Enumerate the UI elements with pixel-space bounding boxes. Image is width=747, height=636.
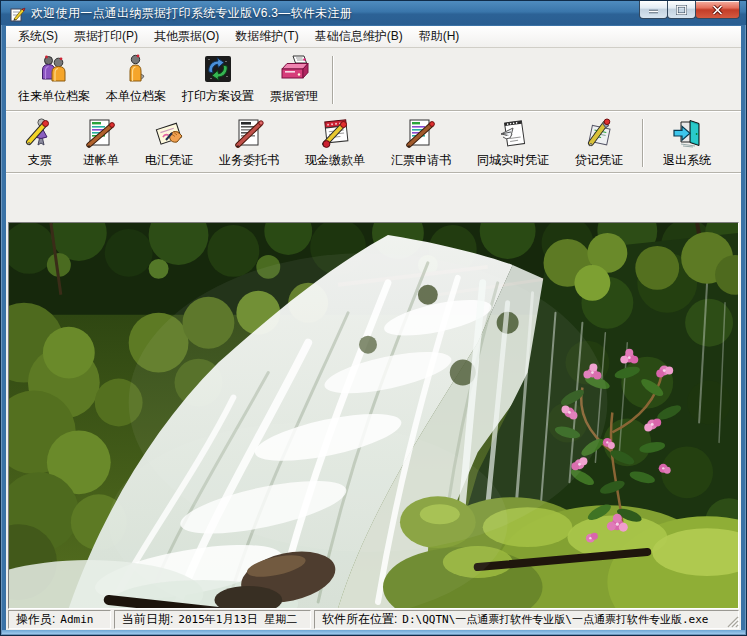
statusbar: 操作员: Admin 当前日期: 2015年1月13日 星期二 软件所在位置: … <box>6 609 741 630</box>
toolbar-tickets: 支票 进帐单 电汇凭证 业务委托书 <box>6 112 741 171</box>
operator-value: Admin <box>60 613 93 626</box>
menu-ticket-print[interactable]: 票据打印(P) <box>66 25 146 48</box>
toolbar-label: 本单位档案 <box>106 88 166 105</box>
content-gap <box>6 174 741 222</box>
resize-grip[interactable] <box>725 614 739 628</box>
toolbar-button-deposit-slip[interactable]: 进帐单 <box>70 114 132 171</box>
toolbar-divider <box>642 119 644 167</box>
toolbar-button-print-scheme-settings[interactable]: 打印方案设置 <box>174 50 262 110</box>
exit-system-icon <box>670 116 704 150</box>
toolbar-label: 业务委托书 <box>219 152 279 169</box>
operator-label: 操作员: <box>16 611 55 628</box>
toolbar-button-own-unit-archive[interactable]: 本单位档案 <box>98 50 174 110</box>
cheque-icon <box>23 116 57 150</box>
window-title: 欢迎使用一点通出纳票据打印系统专业版V6.3—软件未注册 <box>31 5 352 22</box>
toolbar-button-credit-voucher[interactable]: 贷记凭证 <box>562 114 636 171</box>
toolbar-button-exit-system[interactable]: 退出系统 <box>650 114 724 171</box>
status-operator: 操作员: Admin <box>8 610 111 629</box>
path-label: 软件所在位置: <box>322 611 397 628</box>
toolbar-button-draft-application[interactable]: 汇票申请书 <box>378 114 464 171</box>
toolbar-button-cheque[interactable]: 支票 <box>10 114 70 171</box>
toolbar-button-local-realtime-voucher[interactable]: 同城实时凭证 <box>464 114 562 171</box>
ticket-management-icon <box>277 52 311 86</box>
pencil-app-icon <box>9 5 26 22</box>
own-unit-icon <box>119 52 153 86</box>
minimize-button[interactable] <box>639 1 668 19</box>
path-value: D:\QQTN\一点通票打软件专业版\一点通票打软件专业版.exe <box>402 612 708 627</box>
toolbar-label: 贷记凭证 <box>575 152 623 169</box>
toolbar-primary: 往来单位档案 本单位档案 打印方案设置 票据管理 <box>6 48 741 110</box>
menu-help[interactable]: 帮助(H) <box>411 25 468 48</box>
close-button[interactable] <box>695 1 740 19</box>
date-value: 2015年1月13日 星期二 <box>178 612 297 627</box>
cash-deposit-slip-icon <box>318 116 352 150</box>
wire-transfer-voucher-icon <box>152 116 186 150</box>
print-scheme-icon <box>201 52 235 86</box>
local-realtime-voucher-icon <box>496 116 530 150</box>
toolbar-label: 票据管理 <box>270 88 318 105</box>
toolbar-label: 现金缴款单 <box>305 152 365 169</box>
client-area: 系统(S) 票据打印(P) 其他票据(O) 数据维护(T) 基础信息维护(B) … <box>6 26 741 630</box>
window-controls <box>640 1 740 19</box>
menu-data-maintenance[interactable]: 数据维护(T) <box>227 25 306 48</box>
deposit-slip-icon <box>84 116 118 150</box>
toolbar-label: 进帐单 <box>83 152 119 169</box>
toolbar-label: 汇票申请书 <box>391 152 451 169</box>
draft-application-icon <box>404 116 438 150</box>
status-software-path: 软件所在位置: D:\QQTN\一点通票打软件专业版\一点通票打软件专业版.ex… <box>314 610 739 629</box>
maximize-button[interactable] <box>667 1 696 19</box>
app-window: 欢迎使用一点通出纳票据打印系统专业版V6.3—软件未注册 系统(S) 票据打印(… <box>0 0 747 636</box>
partner-units-icon <box>37 52 71 86</box>
menu-system[interactable]: 系统(S) <box>10 25 66 48</box>
toolbar-label: 电汇凭证 <box>145 152 193 169</box>
toolbar-divider <box>332 56 334 104</box>
toolbar-button-ticket-management[interactable]: 票据管理 <box>262 50 326 110</box>
titlebar[interactable]: 欢迎使用一点通出纳票据打印系统专业版V6.3—软件未注册 <box>1 1 746 25</box>
waterfall-photo <box>9 223 738 608</box>
business-commission-icon <box>232 116 266 150</box>
toolbar-button-partner-unit-archive[interactable]: 往来单位档案 <box>10 50 98 110</box>
toolbar-button-business-commission[interactable]: 业务委托书 <box>206 114 292 171</box>
toolbar-label: 打印方案设置 <box>182 88 254 105</box>
toolbar-label: 往来单位档案 <box>18 88 90 105</box>
toolbar-label: 支票 <box>28 152 52 169</box>
credit-voucher-icon <box>582 116 616 150</box>
status-date: 当前日期: 2015年1月13日 星期二 <box>114 610 311 629</box>
menubar: 系统(S) 票据打印(P) 其他票据(O) 数据维护(T) 基础信息维护(B) … <box>6 26 741 48</box>
date-label: 当前日期: <box>122 611 173 628</box>
content-image-waterfall <box>8 222 739 609</box>
toolbar-label: 退出系统 <box>663 152 711 169</box>
toolbar-label: 同城实时凭证 <box>477 152 549 169</box>
menu-other-tickets[interactable]: 其他票据(O) <box>146 25 227 48</box>
toolbar-button-cash-deposit-slip[interactable]: 现金缴款单 <box>292 114 378 171</box>
menu-base-info-maintenance[interactable]: 基础信息维护(B) <box>307 25 411 48</box>
toolbar-button-wire-transfer-voucher[interactable]: 电汇凭证 <box>132 114 206 171</box>
